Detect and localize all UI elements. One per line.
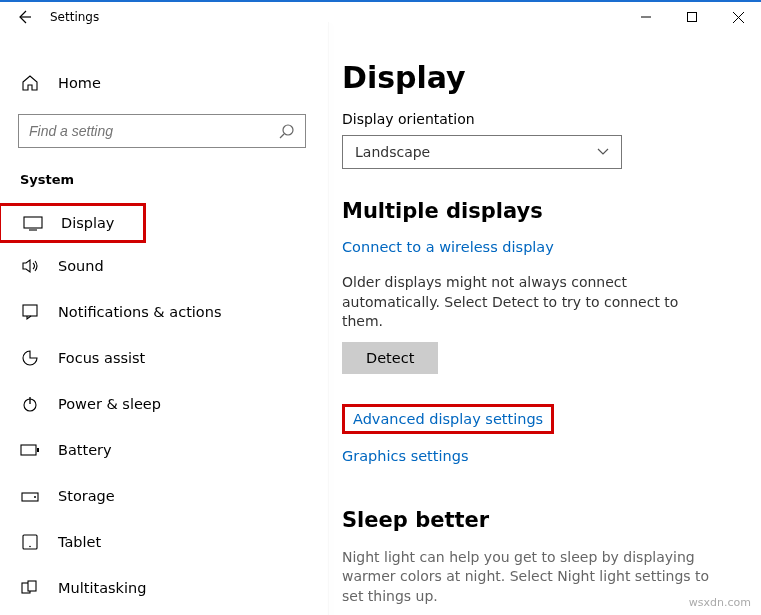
- sidebar-section-label: System: [0, 158, 328, 203]
- minimize-button[interactable]: [623, 1, 669, 33]
- advanced-display-settings-link[interactable]: Advanced display settings: [342, 404, 554, 434]
- sidebar-item-sound[interactable]: Sound: [0, 243, 328, 289]
- wireless-display-link[interactable]: Connect to a wireless display: [342, 239, 737, 255]
- orientation-label: Display orientation: [342, 111, 737, 127]
- svg-point-1: [283, 125, 293, 135]
- sidebar-item-label: Focus assist: [58, 350, 145, 366]
- notifications-icon: [20, 303, 40, 321]
- multiple-displays-heading: Multiple displays: [342, 199, 737, 223]
- sidebar-item-focus-assist[interactable]: Focus assist: [0, 335, 328, 381]
- svg-point-10: [29, 546, 31, 548]
- sidebar-item-label: Display: [61, 215, 114, 231]
- svg-rect-0: [688, 13, 697, 22]
- svg-rect-3: [23, 305, 37, 316]
- graphics-settings-link[interactable]: Graphics settings: [342, 448, 737, 464]
- sidebar-home[interactable]: Home: [0, 60, 328, 106]
- sidebar-item-label: Tablet: [58, 534, 101, 550]
- detect-button[interactable]: Detect: [342, 342, 438, 374]
- main-panel: Display Display orientation Landscape Mu…: [328, 32, 761, 615]
- sidebar-item-label: Multitasking: [58, 580, 146, 596]
- sidebar-item-storage[interactable]: Storage: [0, 473, 328, 519]
- sidebar-item-label: Power & sleep: [58, 396, 161, 412]
- tablet-icon: [20, 534, 40, 550]
- svg-rect-12: [28, 581, 36, 591]
- search-input[interactable]: [29, 123, 279, 139]
- sleep-better-text: Night light can help you get to sleep by…: [342, 548, 722, 607]
- search-icon: [279, 123, 295, 139]
- display-icon: [23, 215, 43, 231]
- sidebar: Home System Display Sound Notifica: [0, 32, 328, 615]
- power-icon: [20, 395, 40, 413]
- battery-icon: [20, 444, 40, 456]
- sidebar-item-label: Storage: [58, 488, 115, 504]
- sidebar-item-label: Sound: [58, 258, 104, 274]
- multitasking-icon: [20, 580, 40, 596]
- sidebar-item-notifications[interactable]: Notifications & actions: [0, 289, 328, 335]
- sidebar-item-multitasking[interactable]: Multitasking: [0, 565, 328, 611]
- older-displays-text: Older displays might not always connect …: [342, 273, 722, 332]
- back-button[interactable]: [0, 9, 48, 25]
- svg-rect-5: [21, 445, 36, 455]
- sidebar-item-display[interactable]: Display: [0, 203, 146, 243]
- maximize-button[interactable]: [669, 1, 715, 33]
- storage-icon: [20, 489, 40, 503]
- orientation-dropdown[interactable]: Landscape: [342, 135, 622, 169]
- focus-assist-icon: [20, 349, 40, 367]
- svg-point-8: [34, 496, 36, 498]
- sidebar-item-label: Notifications & actions: [58, 304, 221, 320]
- close-button[interactable]: [715, 1, 761, 33]
- window-title: Settings: [48, 10, 99, 24]
- svg-rect-6: [37, 448, 39, 452]
- watermark: wsxdn.com: [689, 596, 751, 609]
- sidebar-item-tablet[interactable]: Tablet: [0, 519, 328, 565]
- svg-rect-2: [24, 217, 42, 228]
- sidebar-item-battery[interactable]: Battery: [0, 427, 328, 473]
- sleep-better-heading: Sleep better: [342, 508, 737, 532]
- page-title: Display: [342, 60, 737, 95]
- sidebar-item-label: Battery: [58, 442, 112, 458]
- sidebar-home-label: Home: [58, 75, 101, 91]
- chevron-down-icon: [597, 148, 609, 156]
- sound-icon: [20, 257, 40, 275]
- search-box[interactable]: [18, 114, 306, 148]
- home-icon: [20, 74, 40, 92]
- sidebar-item-power-sleep[interactable]: Power & sleep: [0, 381, 328, 427]
- orientation-value: Landscape: [355, 144, 430, 160]
